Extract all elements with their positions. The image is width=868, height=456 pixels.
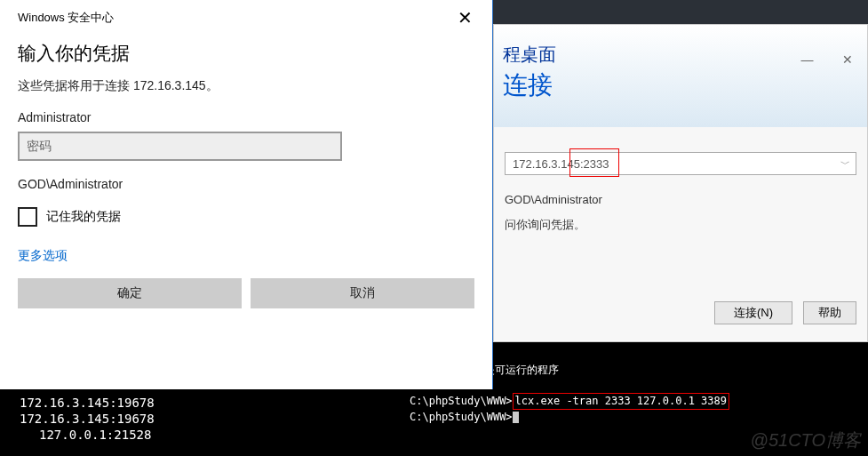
remember-checkbox[interactable] bbox=[18, 207, 37, 227]
close-icon[interactable]: ✕ bbox=[450, 7, 480, 28]
rdp-window: — ✕ 程桌面 连接 172.16.3.145:2333 ﹀ GOD\Admin… bbox=[493, 24, 868, 342]
ok-button[interactable]: 确定 bbox=[18, 278, 242, 308]
term-line: C:\phpStudy\WWW>lcx.exe -tran 2333 127.0… bbox=[410, 393, 863, 410]
chevron-down-icon: ﹀ bbox=[840, 157, 850, 171]
term-line: C:\phpStudy\WWW> bbox=[410, 410, 863, 425]
rdp-cred-message: 问你询问凭据。 bbox=[505, 217, 856, 233]
rdp-header: 程桌面 连接 bbox=[494, 25, 867, 127]
remember-label: 记住我的凭据 bbox=[46, 209, 121, 225]
password-placeholder: 密码 bbox=[27, 139, 52, 155]
domain-user-label: GOD\Administrator bbox=[0, 161, 492, 204]
cursor-icon bbox=[513, 412, 519, 423]
dark-header-bar bbox=[493, 0, 868, 24]
computer-value: 172.16.3.145:2333 bbox=[513, 157, 609, 171]
credentials-dialog: Windows 安全中心 ✕ 输入你的凭据 这些凭据将用于连接 172.16.3… bbox=[0, 0, 493, 389]
terminal-left[interactable]: 172.16.3.145:19678 172.16.3.145:19678 12… bbox=[0, 389, 404, 456]
highlight-box-command: lcx.exe -tran 2333 127.0.0.1 3389 bbox=[513, 393, 729, 410]
dialog-heading: 输入你的凭据 bbox=[0, 28, 492, 75]
cancel-button[interactable]: 取消 bbox=[251, 278, 474, 308]
rdp-title-line2: 连接 bbox=[503, 68, 867, 102]
term-line: 127.0.0.1:21528 bbox=[20, 427, 401, 443]
connect-button[interactable]: 连接(N) bbox=[714, 301, 792, 324]
dialog-message: 这些凭据将用于连接 172.16.3.145。 bbox=[0, 75, 492, 110]
more-options-link[interactable]: 更多选项 bbox=[0, 243, 492, 278]
computer-combobox[interactable]: 172.16.3.145:2333 ﹀ bbox=[505, 152, 856, 175]
term-line: 172.16.3.145:19678 bbox=[20, 395, 401, 411]
watermark: @51CTO博客 bbox=[751, 428, 861, 452]
help-button[interactable]: 帮助 bbox=[803, 301, 856, 324]
password-input[interactable]: 密码 bbox=[18, 132, 342, 161]
minimize-button[interactable]: — bbox=[787, 52, 827, 72]
rdp-user-label: GOD\Administrator bbox=[505, 193, 856, 206]
username-label: Administrator bbox=[0, 110, 492, 132]
term-line: 172.16.3.145:19678 bbox=[20, 411, 401, 427]
dialog-title: Windows 安全中心 bbox=[18, 10, 114, 26]
close-button[interactable]: ✕ bbox=[827, 52, 867, 72]
